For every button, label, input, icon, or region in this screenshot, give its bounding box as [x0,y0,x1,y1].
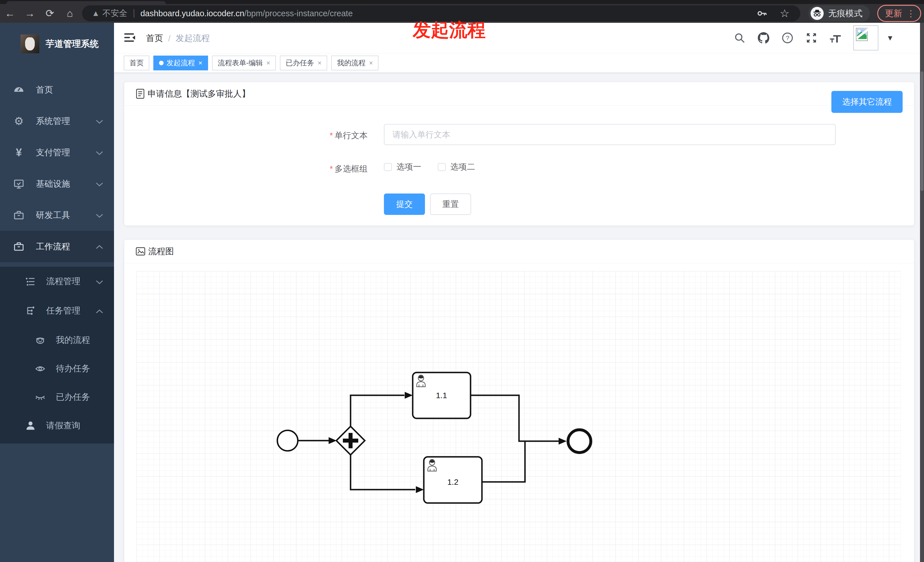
sidebar-item-label: 任务管理 [46,305,80,317]
choose-other-process-button[interactable]: 选择其它流程 [831,91,903,113]
close-icon[interactable]: × [198,59,202,67]
arrowhead [405,392,413,399]
bpmn-user-task-1-1[interactable]: 1.1 [413,373,471,418]
forward-icon[interactable]: → [20,7,40,19]
sidebar-item-system[interactable]: ⚙ 系统管理 [0,105,114,137]
sidebar-item-label: 首页 [36,84,53,96]
sidebar-item-devtools[interactable]: 研发工具 [0,199,114,231]
bpmn-diagram: 1.1 1.2 [136,271,901,562]
scrollbar-thumb[interactable] [921,71,923,191]
sidebar-item-my-process[interactable]: 我的流程 [0,325,114,355]
svg-text:?: ? [786,34,789,42]
sidebar-collapse-icon[interactable] [124,33,136,43]
tab-create-process[interactable]: 发起流程 × [153,55,208,70]
task-label: 1.2 [447,478,459,487]
github-icon[interactable] [758,32,770,44]
chevron-down-icon [96,179,103,189]
home-icon[interactable]: ⌂ [60,7,80,19]
flow-task1-to-end [471,395,559,441]
flow-task2-to-end [482,441,525,482]
app-title: 芋道管理系统 [46,38,99,50]
font-size-icon[interactable] [830,32,842,44]
bookmark-star-icon[interactable]: ☆ [778,7,790,19]
checkbox-label: 选项一 [396,161,421,173]
tab-form-edit[interactable]: 流程表单-编辑 × [212,55,276,70]
fullscreen-icon[interactable] [806,32,818,44]
browser-active-tab[interactable] [6,1,166,4]
chevron-up-icon [96,242,103,251]
bpmn-start-event[interactable] [278,430,298,451]
breadcrumb-home[interactable]: 首页 [146,33,163,44]
sidebar-item-task-mgmt[interactable]: 任务管理 [0,296,114,325]
update-label[interactable]: 更新 [885,8,902,19]
sidebar-item-label: 流程管理 [46,276,80,287]
required-asterisk: * [330,164,333,173]
incognito-label: 无痕模式 [828,8,862,19]
sidebar-item-home[interactable]: 首页 [0,74,114,105]
reload-icon[interactable]: ⟳ [40,7,60,19]
annotation-title: 发起流程 [413,18,486,42]
help-icon[interactable]: ? [782,32,794,44]
sidebar-item-workflow[interactable]: 工作流程 [0,231,114,262]
app-logo-row[interactable]: 芋道管理系统 [0,27,114,61]
sidebar-item-todo-tasks[interactable]: 待办任务 [0,354,114,383]
checkbox-icon[interactable] [384,163,392,171]
url-domain: dashboard.yudao.iocoder.cn [141,9,244,18]
checkbox-option-2[interactable]: 选项二 [438,161,475,173]
sidebar-item-label: 已办任务 [56,391,90,403]
browser-tabstrip [0,0,924,4]
close-icon[interactable]: × [318,59,321,67]
tab-label: 流程表单-编辑 [218,58,263,67]
single-text-input[interactable] [384,124,836,145]
task-label: 1.1 [436,391,447,400]
page-scrollbar[interactable] [920,23,924,562]
arrowhead [559,438,567,445]
sidebar-item-label: 系统管理 [36,115,70,127]
monitor-icon [13,178,24,189]
browser-window: ← → ⟳ ⌂ ▲ 不安全 dashboard.yudao.iocoder.cn… [0,0,924,562]
checkbox-icon[interactable] [438,163,446,171]
sidebar-item-done-tasks[interactable]: 已办任务 [0,382,114,412]
active-dot [159,61,164,65]
close-icon[interactable]: × [369,59,373,67]
submit-button[interactable]: 提交 [384,193,425,215]
process-diagram-card-header: 流程图 [124,240,914,263]
chevron-down-icon [96,210,103,220]
checkbox-option-1[interactable]: 选项一 [384,161,421,173]
flow-gateway-to-task2 [351,455,415,490]
sidebar-item-label: 请假查询 [46,420,80,432]
bpmn-end-event[interactable] [568,430,591,453]
bpmn-canvas[interactable]: 1.1 1.2 [136,271,901,562]
task-tree-icon [25,306,36,316]
tab-home[interactable]: 首页 [124,55,149,70]
sidebar-item-label: 我的流程 [56,334,90,346]
close-icon[interactable]: × [266,59,270,67]
image-icon [136,247,146,256]
sidebar-item-leave-query[interactable]: 请假查询 [0,411,114,440]
yen-icon: ¥ [13,147,24,158]
bpmn-user-task-1-2[interactable]: 1.2 [424,457,482,503]
field-label-checkbox-group: *多选框组 [330,163,368,175]
password-key-icon[interactable] [756,7,768,19]
incognito-badge: 无痕模式 [808,5,870,22]
sidebar-item-process-mgmt[interactable]: 流程管理 [0,267,114,296]
reset-button[interactable]: 重置 [430,193,471,215]
tab-my-process[interactable]: 我的流程 × [331,55,378,70]
top-header: 首页 / 发起流程 ? ▼ [114,23,924,53]
bpmn-parallel-gateway[interactable] [336,426,365,455]
gear-icon: ⚙ [13,115,24,127]
avatar[interactable] [854,25,878,51]
sidebar-item-payment[interactable]: ¥ 支付管理 [0,137,114,168]
omnibox-divider [134,9,134,18]
main-content: 申请信息【测试多审批人】 选择其它流程 *单行文本 *多选框组 选项一 选项二 [114,72,924,562]
search-icon[interactable] [734,32,746,44]
tab-label: 已办任务 [286,58,314,67]
tab-done-tasks[interactable]: 已办任务 × [280,55,327,70]
tab-label: 发起流程 [166,58,195,67]
browser-menu-icon[interactable]: ⋮ [907,9,915,18]
back-icon[interactable]: ← [0,7,20,19]
security-label[interactable]: 不安全 [103,8,128,19]
sidebar-item-infra[interactable]: 基础设施 [0,168,114,199]
update-button[interactable]: 更新 ⋮ [877,5,921,22]
avatar-caret-icon[interactable]: ▼ [886,34,894,42]
